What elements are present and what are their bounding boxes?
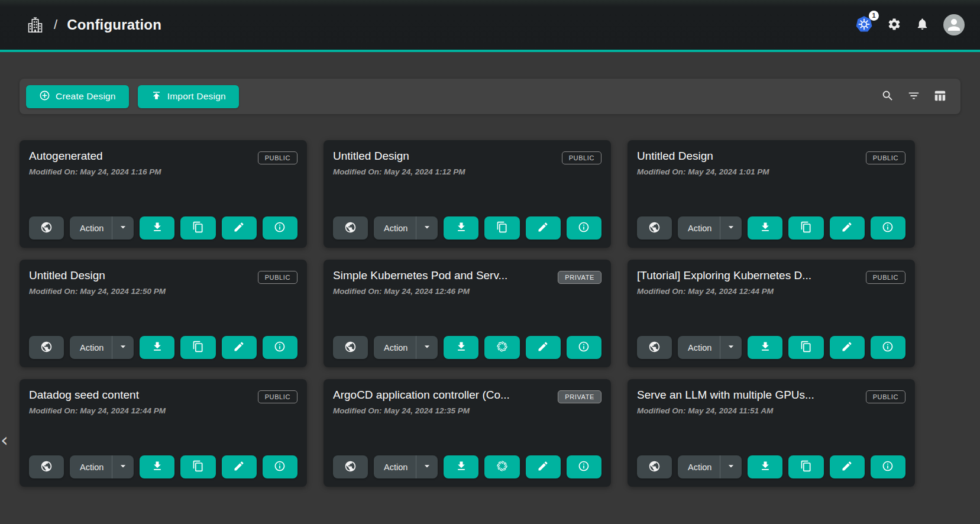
edit-button[interactable]: [526, 336, 561, 359]
action-split-button: Action: [678, 336, 742, 359]
import-design-label: Import Design: [167, 91, 226, 102]
info-button[interactable]: [871, 216, 905, 240]
snapshot-button[interactable]: [484, 336, 519, 359]
action-split-button: Action: [374, 336, 438, 359]
snapshot-swirl-icon: [496, 340, 509, 355]
download-button[interactable]: [140, 336, 174, 359]
design-card[interactable]: Datadog seed content PUBLIC Modified On:…: [20, 379, 307, 487]
action-dropdown-toggle[interactable]: [720, 336, 742, 359]
edit-button[interactable]: [222, 216, 257, 240]
sidebar-collapse-chevron[interactable]: ‹: [1, 431, 8, 449]
download-button[interactable]: [444, 336, 478, 359]
design-card[interactable]: Untitled Design PUBLIC Modified On: May …: [324, 140, 611, 248]
info-button[interactable]: [567, 455, 601, 478]
action-dropdown-toggle[interactable]: [720, 455, 742, 478]
organization-building-icon[interactable]: [26, 16, 44, 34]
import-design-button[interactable]: Import Design: [138, 85, 239, 108]
download-button[interactable]: [748, 336, 782, 359]
clone-button[interactable]: [484, 216, 519, 240]
modified-date: Modified On: May 24, 2024 1:01 PM: [637, 167, 905, 176]
clone-button[interactable]: [788, 455, 823, 478]
table-view-toggle-button[interactable]: [933, 89, 946, 104]
design-card[interactable]: ArgoCD application controller (Co... PRI…: [324, 379, 611, 487]
user-avatar[interactable]: [943, 14, 965, 35]
clone-button[interactable]: [180, 455, 215, 478]
action-dropdown-toggle[interactable]: [416, 216, 438, 240]
notifications-button[interactable]: [916, 17, 929, 33]
info-button[interactable]: [263, 216, 297, 240]
publish-button[interactable]: [637, 216, 672, 240]
info-icon: [578, 221, 590, 235]
clone-button[interactable]: [180, 336, 215, 359]
download-button[interactable]: [444, 455, 478, 478]
publish-button[interactable]: [637, 455, 672, 478]
settings-button[interactable]: [887, 17, 901, 33]
kubernetes-context-button[interactable]: 1: [855, 15, 873, 35]
clone-button[interactable]: [788, 216, 823, 240]
search-button[interactable]: [881, 89, 894, 104]
download-button[interactable]: [444, 216, 478, 240]
edit-button[interactable]: [526, 216, 561, 240]
download-icon: [759, 221, 771, 235]
action-button[interactable]: Action: [70, 455, 112, 478]
download-button[interactable]: [748, 455, 782, 478]
edit-button[interactable]: [830, 216, 865, 240]
edit-button[interactable]: [222, 336, 257, 359]
publish-button[interactable]: [29, 216, 64, 240]
download-button[interactable]: [140, 216, 174, 240]
snapshot-button[interactable]: [484, 455, 519, 478]
design-card[interactable]: [Tutorial] Exploring Kubernetes D... PUB…: [628, 260, 915, 367]
action-button[interactable]: Action: [678, 216, 720, 240]
edit-pencil-icon: [537, 341, 549, 354]
info-button[interactable]: [567, 216, 601, 240]
edit-button[interactable]: [222, 455, 257, 478]
create-design-button[interactable]: Create Design: [26, 85, 129, 108]
action-button[interactable]: Action: [374, 455, 416, 478]
design-card[interactable]: Simple Kubernetes Pod and Serv... PRIVAT…: [324, 260, 611, 367]
action-button[interactable]: Action: [70, 216, 112, 240]
publish-button[interactable]: [333, 336, 368, 359]
action-button[interactable]: Action: [678, 336, 720, 359]
action-button[interactable]: Action: [374, 216, 416, 240]
download-button[interactable]: [748, 216, 782, 240]
action-dropdown-toggle[interactable]: [416, 336, 438, 359]
edit-button[interactable]: [526, 455, 561, 478]
action-button[interactable]: Action: [678, 455, 720, 478]
design-card[interactable]: Untitled Design PUBLIC Modified On: May …: [20, 260, 307, 367]
download-button[interactable]: [140, 455, 174, 478]
action-button[interactable]: Action: [374, 336, 416, 359]
filter-button[interactable]: [907, 89, 920, 104]
publish-button[interactable]: [333, 455, 368, 478]
copy-icon: [192, 460, 204, 474]
info-button[interactable]: [263, 455, 297, 478]
edit-button[interactable]: [830, 336, 865, 359]
card-action-bar: Action: [333, 336, 601, 359]
action-button-label: Action: [384, 462, 407, 472]
publish-button[interactable]: [637, 336, 672, 359]
download-icon: [759, 341, 771, 354]
publish-button[interactable]: [29, 455, 64, 478]
design-card[interactable]: Untitled Design PUBLIC Modified On: May …: [628, 140, 915, 248]
info-button[interactable]: [871, 455, 905, 478]
action-dropdown-toggle[interactable]: [112, 336, 134, 359]
action-dropdown-toggle[interactable]: [720, 216, 742, 240]
user-person-icon: [945, 16, 963, 35]
publish-button[interactable]: [333, 216, 368, 240]
design-card[interactable]: Serve an LLM with multiple GPUs... PUBLI…: [628, 379, 915, 487]
snapshot-swirl-icon: [496, 460, 509, 474]
clone-button[interactable]: [788, 336, 823, 359]
action-dropdown-toggle[interactable]: [112, 216, 134, 240]
info-button[interactable]: [567, 336, 601, 359]
action-button[interactable]: Action: [70, 336, 112, 359]
info-button[interactable]: [871, 336, 905, 359]
card-action-bar: Action: [29, 455, 297, 478]
chevron-down-icon: [725, 341, 737, 354]
info-icon: [578, 460, 590, 474]
info-button[interactable]: [263, 336, 297, 359]
action-dropdown-toggle[interactable]: [112, 455, 134, 478]
action-dropdown-toggle[interactable]: [416, 455, 438, 478]
edit-button[interactable]: [830, 455, 865, 478]
design-card[interactable]: Autogenerated PUBLIC Modified On: May 24…: [20, 140, 307, 248]
clone-button[interactable]: [180, 216, 215, 240]
publish-button[interactable]: [29, 336, 64, 359]
